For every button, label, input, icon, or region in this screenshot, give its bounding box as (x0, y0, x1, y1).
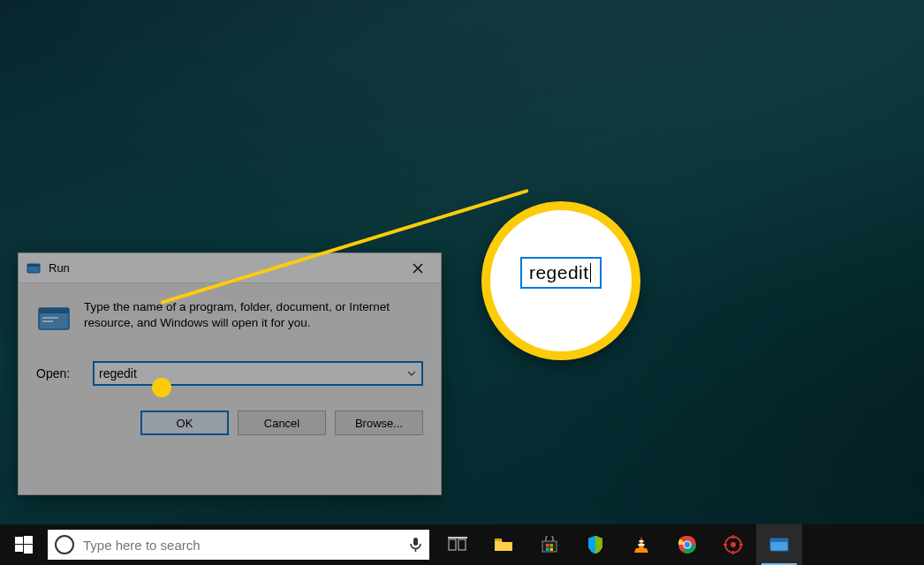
svg-rect-4 (42, 317, 58, 319)
annotation-magnifier: regedit (481, 201, 640, 360)
svg-rect-10 (413, 538, 418, 546)
run-button-row: OK Cancel Browse... (19, 386, 441, 435)
svg-marker-24 (634, 548, 648, 553)
run-titlebar: Run (19, 253, 441, 283)
open-input[interactable] (94, 362, 403, 385)
svg-rect-1 (27, 264, 40, 267)
svg-rect-6 (15, 537, 23, 544)
svg-rect-16 (542, 541, 557, 552)
close-button[interactable] (400, 257, 435, 280)
svg-rect-18 (550, 544, 554, 547)
browse-button[interactable]: Browse... (335, 411, 423, 435)
mic-icon[interactable] (409, 537, 422, 553)
svg-rect-13 (458, 539, 466, 550)
run-dialog: Run Type the name of a program, folder, … (18, 252, 442, 495)
cancel-button[interactable]: Cancel (238, 411, 326, 435)
taskbar-search[interactable] (48, 530, 429, 560)
svg-point-33 (731, 542, 736, 547)
taskbar-app-vlc[interactable] (618, 524, 664, 565)
svg-rect-14 (448, 537, 467, 539)
magnifier-value: regedit (529, 262, 589, 282)
svg-rect-12 (449, 539, 456, 550)
desktop-background: Run Type the name of a program, folder, … (0, 0, 924, 565)
chevron-down-icon[interactable] (403, 362, 420, 385)
ok-button[interactable]: OK (140, 411, 229, 435)
svg-marker-21 (639, 537, 644, 548)
run-body: Type the name of a program, folder, docu… (19, 283, 441, 343)
taskbar (0, 524, 924, 565)
svg-rect-17 (546, 544, 549, 547)
magnifier-input-preview: regedit (520, 257, 602, 289)
taskbar-app-task-view[interactable] (435, 524, 481, 565)
taskbar-search-input[interactable] (83, 538, 400, 553)
run-description: Type the name of a program, folder, docu… (84, 299, 423, 331)
svg-rect-20 (550, 548, 554, 552)
svg-rect-35 (770, 539, 788, 542)
taskbar-apps (435, 524, 802, 565)
taskbar-app-file-explorer[interactable] (481, 524, 526, 565)
svg-rect-7 (24, 536, 33, 544)
taskbar-app-microsoft-store[interactable] (526, 524, 572, 565)
run-open-row: Open: (19, 343, 441, 386)
svg-rect-5 (42, 320, 53, 322)
open-combobox[interactable] (93, 361, 423, 386)
run-title: Run (49, 261, 70, 275)
start-button[interactable] (0, 524, 48, 565)
taskbar-app-settings-gear[interactable] (710, 524, 756, 565)
svg-rect-22 (640, 540, 644, 542)
svg-point-27 (685, 542, 691, 548)
svg-rect-23 (639, 544, 645, 546)
taskbar-app-run-dialog[interactable] (756, 524, 802, 565)
cortana-icon (55, 535, 74, 554)
svg-rect-15 (495, 539, 502, 541)
svg-rect-19 (546, 548, 549, 552)
taskbar-app-security-center[interactable] (572, 524, 618, 565)
open-label: Open: (36, 366, 80, 380)
taskbar-app-chrome[interactable] (664, 524, 710, 565)
run-titlebar-icon (26, 260, 42, 276)
svg-rect-3 (39, 308, 69, 313)
svg-rect-9 (24, 545, 33, 554)
run-app-icon (36, 301, 72, 336)
windows-logo-icon (15, 536, 33, 554)
svg-rect-8 (15, 545, 23, 552)
